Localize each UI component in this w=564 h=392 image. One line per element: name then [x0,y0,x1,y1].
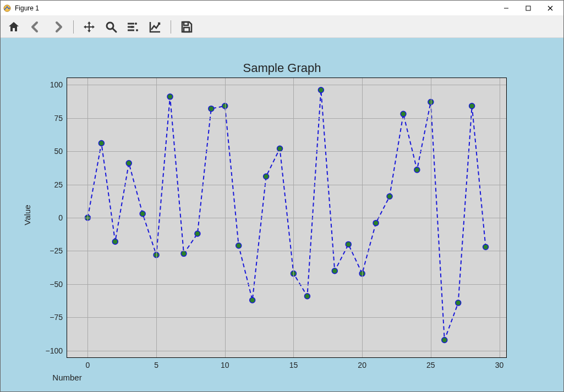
gridline-vertical [431,78,431,357]
data-marker [442,338,447,343]
svg-point-11 [131,26,133,28]
gridline-horizontal [67,284,506,285]
y-axis-label: Value [23,205,32,225]
gridline-horizontal [67,317,506,318]
minimize-button[interactable] [495,1,517,16]
zoom-icon[interactable] [103,19,119,35]
axes-icon[interactable] [147,19,163,35]
gridline-horizontal [67,151,506,152]
x-tick-label: 25 [426,357,435,369]
back-icon[interactable] [28,19,43,35]
axes-area: Number −100−75−50−2502550751000510152025… [67,78,507,358]
data-marker [387,194,392,199]
data-line [87,90,485,340]
data-marker [373,220,379,226]
data-marker [195,231,200,236]
data-marker [181,251,187,256]
window-title: Figure 1 [15,4,39,12]
data-marker [469,103,475,109]
data-marker [126,161,132,166]
toolbar-separator [171,20,171,34]
svg-rect-2 [526,6,530,10]
chart-title: Sample Graph [1,61,563,75]
home-icon[interactable] [6,19,21,35]
figure-canvas[interactable]: Sample Graph Value Number −100−75−50−250… [1,38,563,391]
gridline-horizontal [67,85,506,85]
gridline-vertical [87,78,88,357]
data-marker [167,94,173,100]
svg-rect-14 [184,27,189,32]
x-tick-label: 15 [289,357,298,369]
y-tick-label: −25 [50,246,67,255]
data-marker [304,294,310,299]
y-tick-label: −100 [45,346,67,355]
y-tick-label: 50 [54,147,67,156]
data-marker [264,174,269,179]
data-marker [140,211,145,217]
data-marker [401,111,406,117]
x-tick-label: 0 [86,357,90,369]
gridline-vertical [293,78,294,357]
gridline-horizontal [67,218,506,218]
gridline-horizontal [67,185,506,185]
data-marker [483,244,489,250]
data-marker [209,106,214,112]
data-marker [456,300,461,306]
gridline-vertical [500,78,500,357]
pan-icon[interactable] [81,19,97,35]
data-marker [346,241,351,247]
data-marker [318,87,324,93]
x-tick-label: 20 [358,357,366,369]
window-titlebar: Figure 1 [1,1,563,16]
x-tick-label: 5 [154,357,158,369]
forward-icon[interactable] [50,19,65,35]
y-tick-label: 100 [50,80,67,89]
gridline-horizontal [67,251,506,251]
data-marker [236,243,242,249]
x-tick-label: 30 [495,357,504,369]
y-tick-label: 25 [54,180,67,189]
svg-rect-13 [184,22,188,25]
y-tick-label: −50 [50,280,67,289]
data-marker [332,268,337,274]
gridline-horizontal [67,351,506,351]
maximize-button[interactable] [517,1,539,16]
svg-point-10 [135,23,137,25]
x-tick-label: 10 [221,357,229,369]
gridline-vertical [225,78,226,357]
data-marker [98,141,104,146]
data-marker [250,297,255,303]
gridline-horizontal [67,118,506,119]
y-tick-label: 75 [54,114,67,123]
gridline-vertical [156,78,157,357]
svg-point-12 [136,29,138,31]
toolbar [1,16,563,38]
y-tick-label: 0 [58,213,67,222]
app-icon [3,4,12,13]
y-tick-label: −75 [50,313,67,322]
data-marker [112,239,118,245]
gridline-vertical [362,78,363,357]
save-icon[interactable] [179,19,194,35]
close-button[interactable] [539,1,561,16]
svg-line-6 [113,29,116,32]
subplots-icon[interactable] [125,19,141,35]
data-marker [277,146,283,151]
toolbar-separator [73,20,74,34]
data-marker [414,167,420,173]
